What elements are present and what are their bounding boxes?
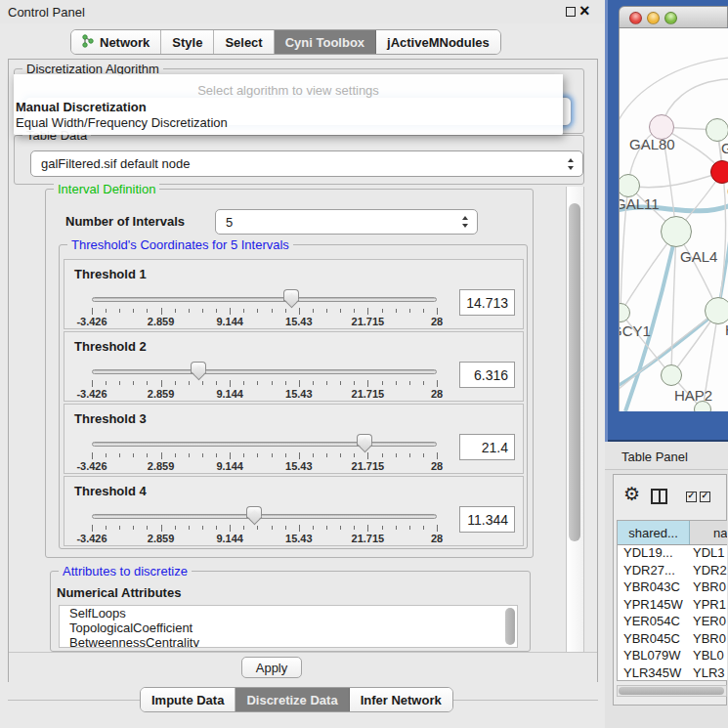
network-node[interactable] — [619, 303, 630, 322]
table-horizontal-scrollbar[interactable] — [617, 685, 727, 697]
attribute-list-item[interactable]: BetweennessCentrality — [60, 635, 517, 648]
content-scrollbar-thumb[interactable] — [569, 203, 580, 541]
slider-tick — [243, 526, 244, 530]
table-cell[interactable]: YBL0 — [690, 648, 727, 665]
minimize-traffic-light-icon[interactable] — [647, 12, 660, 24]
table-cell[interactable]: YDR2 — [690, 563, 727, 580]
table-cell[interactable]: YBR0 — [690, 631, 727, 649]
float-window-icon[interactable] — [566, 7, 576, 17]
slider-thumb[interactable] — [246, 506, 262, 518]
tab-infer-network[interactable]: Infer Network — [350, 688, 452, 711]
network-node[interactable] — [694, 401, 711, 411]
slider-track[interactable] — [92, 442, 437, 447]
table-cell[interactable]: YER054C — [618, 614, 690, 631]
tab-discretize-label: Discretize Data — [246, 693, 337, 707]
slider-tick — [161, 525, 162, 532]
table-cell[interactable]: YBR0 — [690, 579, 727, 597]
table-row[interactable]: YDR27...YDR2 — [618, 563, 727, 580]
table-cell[interactable]: YBR043C — [618, 579, 690, 597]
close-traffic-light-icon[interactable] — [629, 12, 642, 24]
table-data-combobox[interactable]: galFiltered.sif default node — [30, 150, 583, 177]
table-row[interactable]: YPR145WYPR1 — [618, 597, 727, 615]
table-row[interactable]: YBR043CYBR0 — [618, 579, 727, 597]
slider-thumb[interactable] — [191, 362, 206, 373]
threshold-4-slider[interactable]: -3.4262.8599.14415.4321.71528 — [92, 514, 437, 543]
table-cell[interactable]: YLR3 — [690, 665, 727, 682]
slider-tick — [299, 452, 300, 459]
network-node[interactable] — [705, 297, 728, 324]
columns-icon[interactable] — [651, 489, 667, 504]
slider-tick-label: 2.859 — [148, 533, 175, 544]
node-table[interactable]: shared... na YDL19...YDL1YDR27...YDR2YBR… — [617, 520, 727, 681]
attribute-list-item[interactable]: TopologicalCoefficient — [60, 621, 517, 635]
table-cell[interactable]: YBR045C — [618, 631, 690, 649]
slider-tick — [147, 526, 148, 530]
apply-button[interactable]: Apply — [241, 657, 302, 678]
network-window-titlebar[interactable] — [619, 6, 728, 28]
network-node[interactable] — [706, 118, 728, 142]
close-icon[interactable]: × — [579, 1, 590, 21]
tab-style[interactable]: Style — [161, 30, 214, 54]
slider-tick — [202, 453, 203, 457]
slider-tick — [313, 453, 314, 457]
column-header-name[interactable]: na — [690, 521, 727, 544]
tab-impute-data[interactable]: Impute Data — [141, 688, 236, 711]
content-scrollbar[interactable] — [566, 187, 584, 653]
threshold-2-slider[interactable]: -3.4262.8599.14415.4321.71528 — [92, 369, 437, 399]
slider-thumb[interactable] — [283, 289, 299, 301]
checkbox-icon[interactable] — [700, 492, 710, 502]
threshold-3-slider[interactable]: -3.4262.8599.14415.4321.71528 — [92, 442, 437, 471]
threshold-1-slider[interactable]: -3.4262.8599.14415.4321.71528 — [92, 297, 437, 326]
number-of-intervals-combobox[interactable]: 5 — [215, 209, 478, 235]
network-node[interactable] — [661, 364, 682, 386]
column-header-shared-name[interactable]: shared... — [618, 521, 690, 544]
network-canvas[interactable]: GAL80GACGAL11GAL4GCY1HHAP2 — [619, 28, 728, 411]
threshold-2-value-field[interactable]: 6.316 — [459, 362, 515, 388]
table-row[interactable]: YER054CYER0 — [618, 614, 727, 631]
table-cell[interactable]: YPR1 — [690, 597, 727, 615]
slider-tick — [216, 526, 217, 530]
table-cell[interactable]: YPR145W — [618, 597, 690, 615]
network-node[interactable] — [619, 174, 640, 197]
table-cell[interactable]: YDL1 — [690, 545, 727, 563]
zoom-traffic-light-icon[interactable] — [664, 12, 677, 24]
checkbox-icon[interactable] — [686, 492, 697, 502]
table-cell[interactable]: YER0 — [690, 614, 727, 631]
tab-cyni-toolbox[interactable]: Cyni Toolbox — [275, 30, 376, 54]
tab-select[interactable]: Select — [214, 30, 274, 54]
tab-discretize-data[interactable]: Discretize Data — [236, 688, 349, 711]
table-row[interactable]: YBR045CYBR0 — [618, 631, 727, 649]
table-cell[interactable]: YLR345W — [618, 665, 690, 682]
threshold-1-value-field[interactable]: 14.713 — [459, 289, 515, 316]
table-cell[interactable]: YDR27... — [618, 563, 690, 580]
threshold-1-panel: Threshold 1 -3.4262.8599.14415.4321.7152… — [64, 259, 524, 329]
tab-jactivemnodules[interactable]: jActiveMNodules — [376, 30, 500, 54]
slider-tick — [133, 526, 134, 530]
tab-network[interactable]: Network — [71, 30, 161, 54]
network-node[interactable] — [710, 160, 728, 184]
list-scrollbar-thumb[interactable] — [505, 608, 515, 645]
tab-impute-label: Impute Data — [151, 693, 224, 707]
slider-track[interactable] — [92, 514, 437, 519]
table-horizontal-scrollbar-thumb[interactable] — [619, 687, 724, 695]
table-row[interactable]: YLR345WYLR3 — [618, 665, 727, 682]
slider-track[interactable] — [92, 369, 437, 374]
slider-tick — [257, 526, 258, 530]
table-row[interactable]: YDL19...YDL1 — [618, 545, 727, 563]
slider-tick — [437, 452, 438, 459]
slider-tick — [299, 525, 300, 532]
dropdown-option-equal-width[interactable]: Equal Width/Frequency Discretization — [16, 115, 228, 130]
threshold-4-value-field[interactable]: 11.344 — [459, 506, 515, 533]
table-cell[interactable]: YBL079W — [618, 648, 690, 665]
gear-icon[interactable]: ⚙ — [623, 485, 640, 503]
attribute-list-item[interactable]: SelfLoops — [60, 606, 517, 621]
slider-tick — [354, 381, 355, 385]
network-node[interactable] — [661, 216, 692, 247]
threshold-3-value-field[interactable]: 21.4 — [459, 434, 515, 460]
numerical-attributes-list[interactable]: SelfLoopsTopologicalCoefficientBetweenne… — [59, 605, 518, 648]
table-cell[interactable]: YDL19... — [618, 545, 690, 563]
table-row[interactable]: YBL079WYBL0 — [618, 648, 727, 665]
slider-track[interactable] — [92, 297, 437, 302]
dropdown-option-manual[interactable]: Manual Discretization — [16, 100, 147, 114]
slider-thumb[interactable] — [357, 434, 372, 446]
